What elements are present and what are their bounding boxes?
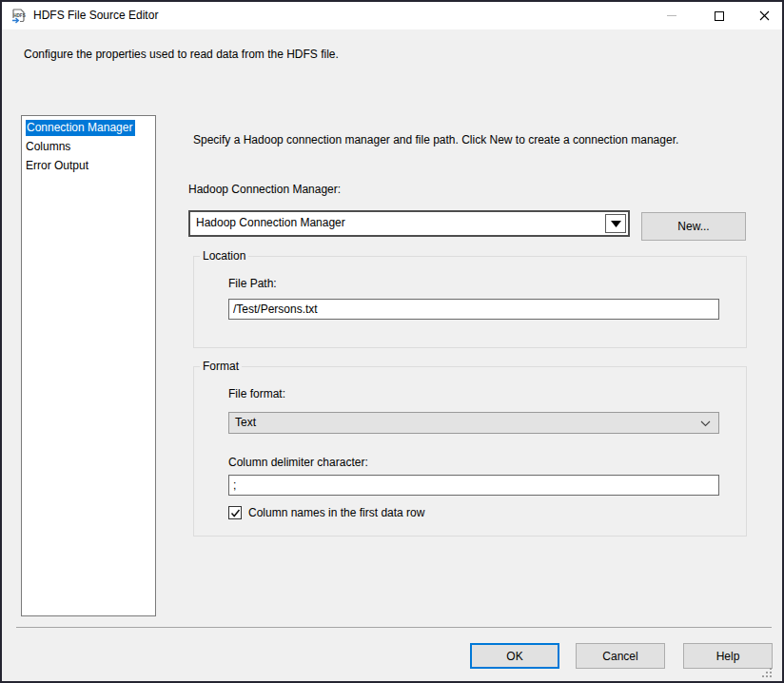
combobox-value: Hadoop Connection Manager <box>196 216 345 229</box>
cancel-button[interactable]: Cancel <box>576 643 665 669</box>
svg-text:HDFS: HDFS <box>13 13 26 18</box>
file-path-input[interactable] <box>228 299 719 320</box>
footer-separator <box>16 627 772 628</box>
location-group: Location File Path: <box>193 256 747 348</box>
column-delimiter-input[interactable] <box>228 475 719 496</box>
resize-grip[interactable] <box>760 666 774 679</box>
chevron-down-icon <box>700 420 711 427</box>
close-icon <box>759 10 770 21</box>
new-connection-button[interactable]: New... <box>641 212 746 241</box>
file-format-value: Text <box>235 416 256 429</box>
sidebar-item-columns[interactable]: Columns <box>22 137 155 156</box>
combobox-dropdown-button[interactable] <box>605 214 626 233</box>
dropdown-arrow-icon <box>611 221 621 227</box>
help-button-label: Help <box>716 650 740 663</box>
maximize-button[interactable] <box>703 2 735 29</box>
column-names-checkbox-row[interactable]: Column names in the first data row <box>228 506 424 519</box>
sidebar-item-label: Columns <box>26 140 70 153</box>
column-names-checkbox-label: Column names in the first data row <box>248 506 424 519</box>
minimize-button <box>656 2 688 29</box>
sidebar-item-label: Connection Manager <box>26 120 135 136</box>
dialog-description: Configure the properties used to read da… <box>24 48 339 61</box>
checkmark-icon <box>230 508 241 518</box>
sidebar-item-error-output[interactable]: Error Output <box>22 156 155 175</box>
close-button[interactable] <box>748 2 780 29</box>
file-format-select[interactable]: Text <box>228 412 719 434</box>
ok-button-label: OK <box>506 650 522 663</box>
sidebar-item-label: Error Output <box>26 159 88 172</box>
file-path-label: File Path: <box>228 277 277 290</box>
location-group-title: Location <box>200 249 248 263</box>
ok-button[interactable]: OK <box>470 643 559 669</box>
title-bar: HDFS HDFS File Source Editor <box>2 2 782 29</box>
column-names-checkbox[interactable] <box>228 506 242 519</box>
format-group: Format File format: Text Column delimite… <box>193 366 747 537</box>
maximize-icon <box>715 11 724 21</box>
column-delimiter-label: Column delimiter character: <box>228 456 368 469</box>
format-group-title: Format <box>200 360 242 373</box>
file-format-label: File format: <box>228 387 285 400</box>
page-list: Connection Manager Columns Error Output <box>21 115 156 616</box>
dialog-window: HDFS HDFS File Source Editor Configure t… <box>0 0 784 683</box>
hadoop-connection-manager-combobox[interactable]: Hadoop Connection Manager <box>188 210 630 237</box>
new-button-label: New... <box>677 220 709 233</box>
cancel-button-label: Cancel <box>602 650 637 663</box>
window-title: HDFS File Source Editor <box>33 9 158 22</box>
instruction-text: Specify a Hadoop connection manager and … <box>193 133 755 146</box>
hadoop-connection-manager-label: Hadoop Connection Manager: <box>188 183 341 196</box>
minimize-icon <box>667 15 676 16</box>
hdfs-app-icon: HDFS <box>10 8 28 25</box>
sidebar-item-connection-manager[interactable]: Connection Manager <box>22 118 155 137</box>
help-button[interactable]: Help <box>683 643 773 669</box>
